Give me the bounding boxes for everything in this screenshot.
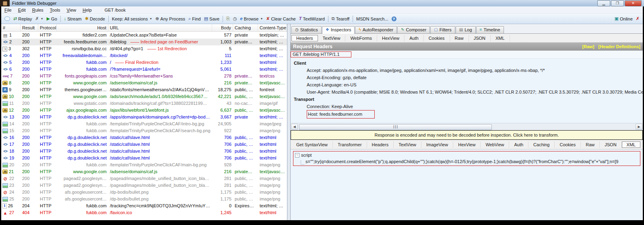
- session-row[interactable]: 20200HTTPfukbb.com/template/TrinityPurpl…: [1, 162, 287, 168]
- response-tab-caching[interactable]: Caching: [528, 141, 555, 148]
- response-tab-headers[interactable]: Headers: [367, 141, 394, 148]
- menu-item-get-book[interactable]: GET /book: [101, 7, 129, 13]
- menu-item-help[interactable]: Help: [79, 7, 95, 13]
- session-row[interactable]: JS21200HTTPwww.google.com/adsense/domain…: [1, 168, 287, 175]
- session-row[interactable]: 25200HTTPafs.googleusercont…/dp-bodis/bu…: [1, 196, 287, 202]
- session-row[interactable]: <>19200HTTPdp.g.doubleclick.net/static/c…: [1, 155, 287, 162]
- toolbar-close-button[interactable]: ✗: [634, 15, 641, 22]
- request-tab-hexview[interactable]: HexView: [377, 35, 405, 41]
- column-header-caching[interactable]: Caching: [233, 24, 258, 31]
- toolbar-replay-button[interactable]: ⇄Replay: [12, 16, 33, 22]
- response-tab-raw[interactable]: Raw: [581, 141, 600, 148]
- toolbar-help-button[interactable]: ?: [390, 16, 398, 22]
- toolbar-tearoff-button[interactable]: ⧉Tearoff: [330, 16, 351, 22]
- toolbar-clear-cache-button[interactable]: ✘Clear Cache: [264, 16, 297, 22]
- request-tab-json[interactable]: JSON: [469, 35, 491, 41]
- raw-link[interactable]: [Raw]: [582, 44, 594, 49]
- minimize-button[interactable]: ▁: [597, 0, 610, 6]
- menu-item-tools[interactable]: Tools: [47, 7, 64, 13]
- toolbar-find-button[interactable]: ⌕Find: [187, 16, 202, 22]
- session-row[interactable]: JS12200HTTPajax.googleapis.com/ajax/libs…: [1, 107, 287, 114]
- session-row[interactable]: <>6200HTTPfukbb.com/?framerequest=1&refu…: [1, 66, 287, 73]
- session-row[interactable]: ⊘24200HTTPafs.googleusercont…/dp-bodis/b…: [1, 189, 287, 196]
- column-header-host[interactable]: Host: [57, 24, 108, 31]
- session-row[interactable]: 14200HTTPfukbb.com/template/TrinityPurpl…: [1, 121, 287, 127]
- toolbar-msdn-search-button[interactable]: MSDN Search...: [355, 16, 390, 22]
- response-encoded-notice[interactable]: Response is encoded and may need to be d…: [291, 130, 643, 140]
- response-tab-hexview[interactable]: HexView: [453, 141, 481, 148]
- xml-tree-child[interactable]: s="";try{q=document.createElement("p");q…: [295, 158, 638, 165]
- scroll-left-arrow[interactable]: ◀: [291, 124, 298, 130]
- toolbar-go-button[interactable]: ▶Go: [45, 16, 59, 22]
- response-tab-transformer[interactable]: Transformer: [333, 141, 367, 148]
- response-tab-xml[interactable]: XML: [622, 141, 641, 148]
- request-horizontal-scrollbar[interactable]: ◀ ┃┃┃ ▶: [291, 123, 643, 130]
- response-tab-auth[interactable]: Auth: [509, 141, 528, 148]
- session-row[interactable]: <>5200HTTPfukbb.com/—— Final Redirection…: [1, 59, 287, 66]
- tab-composer[interactable]: ✎Composer: [397, 26, 430, 33]
- session-row[interactable]: A9200HTTPthemes.googleuser…/static/fonts…: [1, 86, 287, 93]
- session-row[interactable]: <>17200HTTPdp.g.doubleclick.net/static/c…: [1, 141, 287, 148]
- scroll-track[interactable]: ┃┃┃: [298, 124, 635, 129]
- tab-inspectors[interactable]: ❖Inspectors: [322, 26, 355, 34]
- tab-autoresponder[interactable]: ϟAutoResponder: [355, 26, 397, 33]
- session-row[interactable]: ↴3302HTTPrsnvlbgcba.ibiz.cc/d/404.php?go…: [1, 45, 287, 52]
- response-tab-textview[interactable]: TextView: [394, 141, 421, 148]
- restore-button[interactable]: ❐: [611, 0, 624, 6]
- toolbar-keep-sessions-button[interactable]: Keep: All sessions▼: [110, 16, 154, 22]
- toolbar-stream-button[interactable]: ↓Stream: [62, 16, 83, 22]
- menu-item-edit[interactable]: Edit: [15, 7, 29, 13]
- request-tab-headers[interactable]: Headers: [291, 35, 318, 41]
- menu-item-file[interactable]: File: [1, 7, 15, 13]
- session-row[interactable]: ▤1200HTTPfiddler2.com/UpdateCheck.aspx?i…: [1, 32, 287, 39]
- request-tab-textview[interactable]: TextView: [318, 35, 346, 41]
- toolbar-decode-button[interactable]: ✱Decode: [83, 16, 107, 22]
- session-row[interactable]: i26204HTTPfukbb.com/tracking?enc=cmk9NjE…: [1, 202, 287, 209]
- column-header-#[interactable]: #: [1, 24, 21, 31]
- xml-tree-node[interactable]: − script: [295, 152, 638, 158]
- tab-timeline[interactable]: ≡Timeline: [476, 26, 504, 33]
- session-row[interactable]: 23200HTTPpagead2.googlesyn…/pagead/image…: [1, 182, 287, 189]
- response-tab-imageview[interactable]: ImageView: [421, 141, 453, 148]
- request-tab-raw[interactable]: Raw: [450, 35, 469, 41]
- session-row[interactable]: <>16200HTTPdp.g.doubleclick.net/static/c…: [1, 134, 287, 141]
- collapse-icon[interactable]: −: [295, 153, 299, 158]
- menu-item-rules[interactable]: Rules: [29, 7, 47, 13]
- online-indicator[interactable]: ▣ Online: [613, 16, 634, 22]
- session-row[interactable]: css{7200HTTPfonts.googleapis.com/css?fam…: [1, 73, 287, 80]
- column-header-contenttype[interactable]: Content-Type: [258, 24, 287, 31]
- request-tab-auth[interactable]: Auth: [405, 35, 424, 41]
- menu-item-view[interactable]: View: [64, 7, 80, 13]
- tab-statistics[interactable]: ◷Statistics: [291, 26, 322, 33]
- toolbar-attach-button[interactable]: ⎘: [225, 16, 231, 22]
- response-tab-get-syntaxview[interactable]: Get SyntaxView: [291, 141, 333, 148]
- column-header-result[interactable]: Result: [21, 24, 38, 31]
- session-row[interactable]: 15200HTTPfukbb.com/template/TrinityPurpl…: [1, 127, 287, 134]
- session-row[interactable]: ⊘22200HTTPpagead2.googlesyn…/pagead/imag…: [1, 175, 287, 182]
- toolbar-textwizard-button[interactable]: TTextWizard: [297, 16, 326, 22]
- toolbar-any-process-button[interactable]: ⊕Any Process: [154, 16, 187, 22]
- request-tab-xml[interactable]: XML: [491, 35, 510, 41]
- header-definitions-link[interactable]: [Header Definitions]: [598, 44, 640, 49]
- request-line[interactable]: GET /bileblog HTTP/1.1: [291, 51, 351, 57]
- toolbar-timer-button[interactable]: ◷: [231, 16, 239, 22]
- tab-log[interactable]: ▤Log: [456, 26, 476, 33]
- session-row[interactable]: <>13200HTTPdp.g.doubleclick.net/apps/dom…: [1, 114, 287, 121]
- toolbar-save-button[interactable]: ▤Save: [202, 16, 221, 22]
- scroll-thumb[interactable]: ┃┃┃: [299, 124, 492, 130]
- toolbar-comment-button[interactable]: [3, 16, 12, 22]
- response-tab-json[interactable]: JSON: [600, 141, 621, 148]
- session-row[interactable]: 11200HTTPwww.gstatic.com/domainads/track…: [1, 100, 287, 107]
- session-row[interactable]: <>4200HTTPfreeavailabledomain…/blocked/1…: [1, 52, 287, 59]
- toolbar-browse-button[interactable]: eBrowse▼: [239, 16, 265, 22]
- request-tab-cookies[interactable]: Cookies: [424, 35, 450, 41]
- scroll-right-arrow[interactable]: ▶: [636, 124, 642, 130]
- column-header-body[interactable]: Body: [212, 24, 233, 31]
- column-header-url[interactable]: URL: [108, 24, 212, 31]
- session-row[interactable]: <>18200HTTPdp.g.doubleclick.net/static/c…: [1, 148, 287, 155]
- request-tab-webforms[interactable]: WebForms: [345, 35, 377, 41]
- session-row[interactable]: JS10200HTTPwww.google.com/ads/search/mod…: [1, 93, 287, 100]
- response-tab-webview[interactable]: WebView: [481, 141, 509, 148]
- session-row[interactable]: JS8200HTTPwww.google.com/adsense/domains…: [1, 80, 287, 86]
- panel-splitter[interactable]: [287, 24, 291, 220]
